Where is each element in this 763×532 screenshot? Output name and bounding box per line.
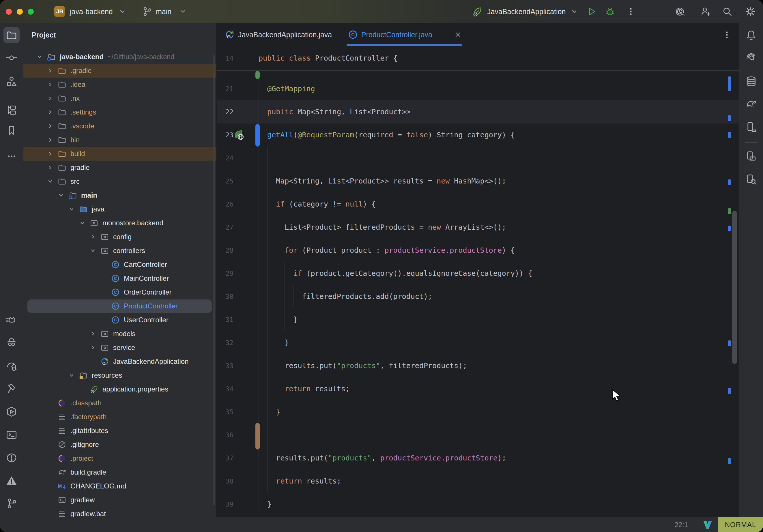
branch-name[interactable]: main [156,0,171,23]
tree-item-monostore-backend[interactable]: monostore.backend [23,216,216,230]
tree-item--vscode[interactable]: .vscode [23,119,216,133]
code-line-33[interactable]: 33results.put("products", filteredProduc… [217,354,739,377]
tree-item--gitignore[interactable]: .gitignore [23,438,216,452]
code-line-32[interactable]: 32} [217,331,739,354]
code-line-38[interactable]: 38return results; [217,470,739,493]
device-explorer-icon[interactable] [743,171,759,187]
code-line-34[interactable]: 34return results; [217,377,739,400]
chevron-right-icon[interactable] [47,68,53,73]
chevron-right-icon[interactable] [47,165,53,170]
vim-icon[interactable] [703,520,712,529]
commit-icon[interactable] [3,50,20,66]
project-folder-icon[interactable] [3,27,20,43]
code-line-27[interactable]: 27List<Product> filteredProducts = new A… [217,216,739,239]
chevron-right-icon[interactable] [47,95,53,101]
code-line-36[interactable]: 36 [217,424,739,447]
speed-cat-icon[interactable] [3,312,20,328]
vcs-change-marker-modified-whitespace[interactable] [256,423,260,450]
incognito-icon[interactable] [3,334,20,350]
search-everywhere-button[interactable] [722,6,732,17]
code-line-35[interactable]: 35} [217,400,739,424]
run-configuration[interactable]: JavaBackendApplication [487,0,566,23]
chevron-right-icon[interactable] [47,109,53,115]
bookmarks-icon[interactable] [3,122,20,139]
editor-tab-javabackendapplication-java[interactable]: JavaBackendApplication.java [225,23,340,46]
zoom-window-button[interactable] [28,9,34,15]
spring-endpoint-icon[interactable] [234,129,245,141]
tree-item-config[interactable]: config [23,230,216,244]
vcs-change-marker-modified[interactable] [256,124,260,147]
tree-item-build-gradle[interactable]: build.gradle [23,465,216,479]
chevron-right-icon[interactable] [90,345,96,351]
code-line-30[interactable]: 30filteredProducts.add(product); [217,285,739,308]
tree-item-src[interactable]: src [23,174,216,188]
tree-item-java[interactable]: java [23,202,216,216]
project-tree-scrollbar[interactable] [213,55,215,505]
tree-item-controllers[interactable]: controllers [23,244,216,258]
tree-item--project[interactable]: .project [23,452,216,465]
tree-item-models[interactable]: models [23,327,216,341]
settings-button[interactable] [745,6,755,17]
notifications-icon[interactable] [743,27,759,43]
problems-icon[interactable] [3,450,20,466]
tab-more-actions-icon[interactable] [722,30,732,40]
warnings-icon[interactable] [3,473,20,489]
chevron-right-icon[interactable] [47,82,53,87]
code-line-24[interactable]: 24 [217,147,739,170]
tree-item-build[interactable]: build [23,147,216,161]
minimize-window-button[interactable] [17,9,23,15]
chevron-right-icon[interactable] [47,137,53,143]
editor-scrollbar[interactable] [732,211,737,364]
code-line-39[interactable]: 39} [217,493,739,516]
tree-item-ordercontroller[interactable]: COrderController [23,285,216,299]
profiler-icon[interactable] [3,358,20,374]
running-devices-icon[interactable] [743,119,759,135]
database-icon[interactable] [743,73,759,89]
chevron-down-icon[interactable] [69,206,74,212]
code-line-37[interactable]: 37results.put("products", productService… [217,447,739,470]
tree-item--settings[interactable]: .settings [23,105,216,119]
tree-item-maincontroller[interactable]: CMainController [23,271,216,285]
debug-button[interactable] [605,6,615,17]
more-actions-button[interactable] [626,6,636,17]
gradle-icon[interactable] [743,96,759,112]
vcs-change-marker-added[interactable] [256,71,260,79]
code-line-25[interactable]: 25Map<String, List<Product>> results = n… [217,170,739,193]
chevron-right-icon[interactable] [47,123,53,129]
project-name[interactable]: java-backend [70,0,113,23]
tree-item-bin[interactable]: bin [23,133,216,147]
tree-item-changelog-md[interactable]: MCHANGELOG.md [23,479,216,493]
tree-item-javabackendapplication[interactable]: JavaBackendApplication [23,355,216,369]
chevron-down-icon[interactable] [47,178,53,184]
project-panel-title[interactable]: Project [32,27,59,43]
chevron-right-icon[interactable] [90,234,96,240]
code-line-23[interactable]: 23getAll(@RequestParam(required = false)… [217,124,739,147]
tree-item-java-backend[interactable]: java-backend~/Github/java-backend [23,50,216,64]
device-layout-icon[interactable] [743,148,759,164]
code-line-31[interactable]: 31} [217,308,739,331]
code-line-29[interactable]: 29if (product.getCategory().equalsIgnore… [217,262,739,285]
tree-item-gradlew[interactable]: gradlew [23,493,216,507]
tree-item-gradlew-bat[interactable]: gradlew.bat [23,507,216,517]
tree-item--factorypath[interactable]: .factorypath [23,410,216,424]
chevron-down-icon[interactable] [90,248,96,254]
tree-item--gradle[interactable]: .gradle [23,64,216,78]
close-window-button[interactable] [6,9,12,15]
chevron-right-icon[interactable] [90,331,96,337]
chevron-down-icon[interactable] [69,372,74,378]
chevron-right-icon[interactable] [47,151,53,157]
tree-item--gitattributes[interactable]: .gitattributes [23,424,216,438]
more-horizontal-icon[interactable] [3,148,20,164]
ai-assistant-button[interactable] [676,6,686,17]
services-icon[interactable] [3,404,20,420]
add-user-button[interactable] [701,6,711,17]
tree-item-gradle[interactable]: gradle [23,161,216,174]
tree-item-service[interactable]: service [23,341,216,355]
caret-position[interactable]: 22:1 [674,517,688,532]
terminal-icon[interactable] [3,427,20,443]
tree-item--nx[interactable]: .nx [23,91,216,105]
vim-mode-badge[interactable]: NORMAL [718,517,763,532]
tree-item-productcontroller[interactable]: CProductController [23,299,216,313]
tree-item--classpath[interactable]: .classpath [23,396,216,410]
hierarchy-icon[interactable] [3,102,20,118]
